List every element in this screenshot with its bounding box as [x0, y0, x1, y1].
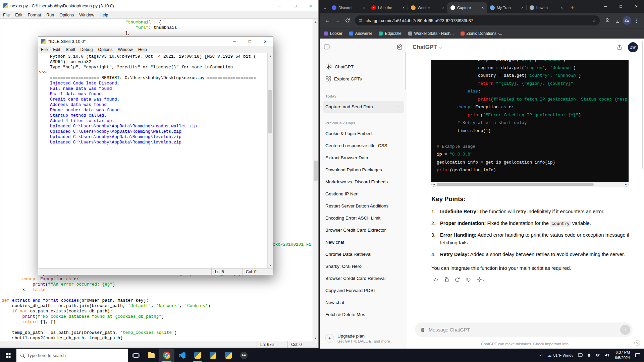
browser-tab[interactable]: how to× [527, 2, 566, 13]
weather-widget[interactable]: ☁81°F Windy [545, 349, 576, 362]
switch-model-button[interactable] [474, 276, 487, 284]
microphone-tray-icon[interactable] [585, 349, 593, 362]
scrollbar-thumb[interactable] [314, 161, 318, 181]
bookmark-star-icon[interactable]: ☆ [592, 17, 596, 23]
tab-close-icon[interactable]: × [559, 5, 565, 10]
menu-edit[interactable]: Edit [50, 47, 63, 52]
taskbar-search[interactable]: Type here to search [16, 349, 128, 362]
back-button[interactable]: ← [323, 16, 332, 25]
taskbar-chrome-button[interactable] [159, 349, 174, 362]
menu-window[interactable]: Window [115, 47, 135, 52]
message-composer[interactable]: Message ChatGPT ↑ [415, 322, 633, 337]
taskbar-discord-button[interactable] [236, 349, 252, 362]
chat-history-item[interactable]: Encoding Error: ASCII Limit [323, 212, 404, 224]
chat-history-item[interactable]: Restart Server Button Additions [323, 200, 404, 212]
taskbar-clock[interactable]: 6:37 PM 6/5/2024 [611, 350, 633, 360]
minimize-button[interactable]: ─ [598, 0, 613, 13]
chat-history-item[interactable]: Browser Credit Card Extractor [323, 224, 404, 236]
start-button[interactable] [0, 349, 16, 362]
menu-file[interactable]: File [0, 13, 12, 17]
maximize-button[interactable]: □ [242, 37, 258, 46]
scroll-up-icon[interactable]: ▲ [313, 19, 318, 24]
close-button[interactable]: × [629, 0, 644, 13]
chat-history-item[interactable]: New chat [323, 236, 404, 248]
read-aloud-button[interactable] [431, 276, 440, 284]
chat-history-item[interactable]: Markdown vs. Discord Embeds [323, 176, 404, 188]
editor-titlebar[interactable]: nexus.py - C:\Users\bobby\Desktop\nexus.… [0, 0, 318, 11]
help-button[interactable]: ? [634, 340, 640, 346]
shell-scrollbar[interactable]: ▲ ▼ [267, 53, 273, 268]
chat-history-item[interactable]: Gestione IP Neri [323, 188, 404, 200]
menu-format[interactable]: Format [25, 13, 44, 17]
menu-help[interactable]: Help [97, 13, 111, 17]
tab-close-icon[interactable]: × [440, 5, 446, 10]
wifi-tray-icon[interactable] [593, 349, 602, 362]
bookmark-item[interactable]: Looker [324, 31, 342, 36]
reload-button[interactable] [343, 16, 352, 25]
upgrade-plan-button[interactable]: Upgrade plan Get GPT-4, DALL-E, and more [320, 328, 407, 349]
bookmark-item[interactable]: Edpuzzle [379, 31, 401, 36]
bookmark-item[interactable]: Worker Stats - Hash... [408, 31, 454, 36]
browser-menu-button[interactable]: ⋮ [632, 16, 641, 25]
taskbar-python3-button[interactable] [221, 349, 236, 362]
browser-tab[interactable]: Capture× [447, 2, 487, 13]
menu-options[interactable]: Options [57, 13, 76, 17]
tab-close-icon[interactable]: × [361, 5, 367, 10]
forward-button[interactable]: → [333, 16, 342, 25]
taskbar-folder-button[interactable] [144, 349, 159, 362]
url-text[interactable]: chatgpt.com/c/fa61d4db-7d80-4d65-a923-62… [366, 18, 589, 23]
menu-shell[interactable]: Shell [63, 47, 78, 52]
new-tab-button[interactable]: + [568, 3, 577, 12]
chat-history-item[interactable]: Capture and Send Data⋯ [323, 101, 404, 113]
maximize-button[interactable]: □ [613, 0, 629, 13]
regenerate-button[interactable] [453, 276, 462, 284]
chat-history-item[interactable]: New chat [323, 297, 404, 309]
scroll-down-icon[interactable]: ▼ [313, 336, 318, 341]
attach-file-icon[interactable] [420, 327, 425, 333]
chat-history-item[interactable]: Copy and Forward POST [323, 285, 404, 297]
options-icon[interactable]: ⋯ [396, 101, 401, 113]
taskbar-python2-button[interactable] [205, 349, 221, 362]
minimize-button[interactable]: ─ [272, 0, 287, 11]
menu-help[interactable]: Help [136, 47, 150, 52]
editor-scrollbar[interactable]: ▲ ▼ [313, 19, 318, 341]
volume-tray-icon[interactable] [602, 349, 611, 362]
page-scrollbar-thumb[interactable] [642, 41, 643, 169]
hidden-icons-button[interactable] [538, 349, 545, 362]
scroll-down-icon[interactable]: ▼ [268, 263, 273, 268]
code-horizontal-scrollbar[interactable]: ◂ ▸ [431, 182, 629, 187]
menu-run[interactable]: Run [44, 13, 57, 17]
share-icon[interactable] [616, 44, 623, 50]
menu-options[interactable]: Options [95, 47, 115, 52]
address-bar[interactable]: chatgpt.com/c/fa61d4db-7d80-4d65-a923-62… [355, 15, 600, 25]
tab-close-icon[interactable]: × [480, 5, 485, 10]
copy-button[interactable] [442, 276, 451, 284]
menu-file[interactable]: File [38, 47, 50, 52]
chat-history-item[interactable]: Centered responsive title: CSS. [323, 140, 404, 152]
extensions-button[interactable] [602, 16, 612, 25]
sidebar-scrollbar[interactable] [405, 52, 406, 89]
shell-titlebar[interactable]: *IDLE Shell 3.10.0* ─ □ × [38, 37, 273, 46]
close-button[interactable]: × [303, 0, 318, 11]
chat-history-item[interactable]: Browser Credit Card Retrieval [323, 273, 404, 285]
browser-tab[interactable]: Worker× [408, 2, 447, 13]
tab-close-icon[interactable]: × [401, 5, 406, 10]
scrollbar-thumb[interactable] [268, 90, 272, 133]
sidebar-toggle-icon[interactable] [323, 44, 330, 50]
browser-tab[interactable]: Discord× [329, 2, 368, 13]
browser-profile-avatar[interactable]: Zw [623, 16, 631, 25]
minimize-button[interactable]: ─ [227, 37, 242, 46]
bookmark-item[interactable]: Zionic Donations -... [461, 31, 502, 36]
chat-history-item[interactable]: Sharky: Oral Hero [323, 260, 404, 273]
chat-history-item[interactable]: Cookie & Login Embed [323, 128, 404, 140]
new-chat-icon[interactable] [396, 44, 403, 50]
taskbar-python-button[interactable] [190, 349, 205, 362]
menu-debug[interactable]: Debug [78, 47, 96, 52]
thumbs-down-button[interactable] [464, 276, 472, 284]
browser-tab[interactable]: ▸I Ate the× [368, 2, 408, 13]
close-button[interactable]: × [258, 37, 273, 46]
scrollbar-thumb[interactable] [437, 183, 594, 186]
tab-search-button[interactable] [321, 3, 329, 13]
send-button[interactable]: ↑ [620, 325, 630, 335]
shell-text-area[interactable]: >>> Python 3.10.0 (tags/v3.10.0:b494f59,… [38, 53, 267, 268]
